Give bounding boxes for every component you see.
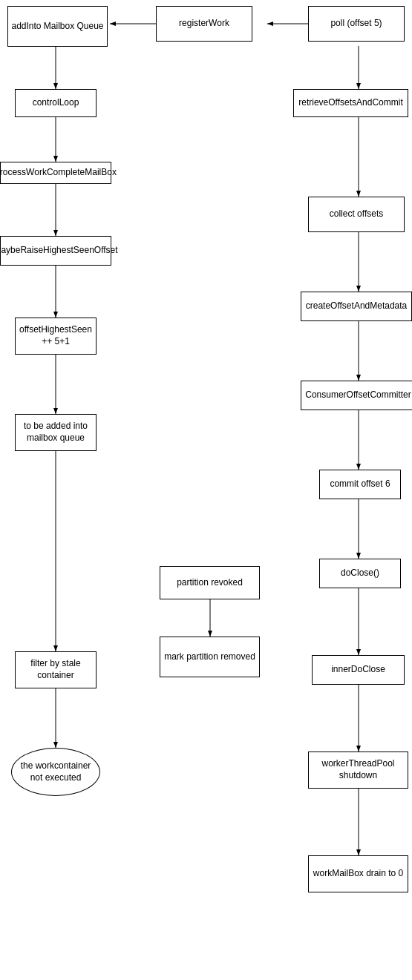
diagram: addInto Mailbox Queue registerWork poll … bbox=[0, 0, 412, 980]
mark-partition-removed-label: mark partition removed bbox=[164, 651, 255, 663]
to-be-added-label: to be added into mailbox queue bbox=[19, 421, 93, 444]
maybe-raise-node: maybeRaiseHighestSeenOffset bbox=[0, 236, 111, 266]
process-work-complete-label: processWorkCompleteMailBox bbox=[0, 167, 117, 179]
filter-by-stale-node: filter by stale container bbox=[15, 651, 97, 688]
poll-offset5-label: poll (offset 5) bbox=[330, 18, 382, 30]
control-loop-label: controlLoop bbox=[33, 97, 79, 109]
work-mailbox-drain-label: workMailBox drain to 0 bbox=[313, 868, 403, 880]
work-container-not-executed-label: the workcontainer not executed bbox=[15, 760, 97, 783]
addinto-mailbox-queue-label: addInto Mailbox Queue bbox=[11, 21, 103, 33]
create-offset-metadata-label: createOffsetAndMetadata bbox=[306, 300, 408, 312]
commit-offset6-node: commit offset 6 bbox=[319, 470, 401, 499]
worker-thread-pool-shutdown-node: workerThreadPool shutdown bbox=[308, 752, 408, 789]
partition-revoked-label: partition revoked bbox=[177, 577, 243, 589]
partition-revoked-node: partition revoked bbox=[160, 566, 260, 599]
filter-by-stale-label: filter by stale container bbox=[19, 658, 93, 681]
do-close-label: doClose() bbox=[341, 568, 379, 579]
inner-do-close-node: innerDoClose bbox=[312, 655, 405, 685]
create-offset-metadata-node: createOffsetAndMetadata bbox=[301, 292, 412, 321]
commit-offset6-label: commit offset 6 bbox=[330, 479, 390, 490]
addinto-mailbox-queue-node: addInto Mailbox Queue bbox=[7, 6, 108, 47]
poll-offset5-node: poll (offset 5) bbox=[308, 6, 405, 42]
do-close-node: doClose() bbox=[319, 559, 401, 588]
to-be-added-node: to be added into mailbox queue bbox=[15, 414, 97, 451]
offset-highest-seen-node: offsetHighestSeen ++ 5+1 bbox=[15, 318, 97, 355]
retrieve-offsets-label: retrieveOffsetsAndCommit bbox=[298, 97, 403, 109]
control-loop-node: controlLoop bbox=[15, 89, 97, 117]
offset-highest-seen-label: offsetHighestSeen ++ 5+1 bbox=[19, 324, 93, 347]
register-work-node: registerWork bbox=[156, 6, 252, 42]
process-work-complete-node: processWorkCompleteMailBox bbox=[0, 162, 111, 184]
work-mailbox-drain-node: workMailBox drain to 0 bbox=[308, 855, 408, 892]
consumer-offset-committer-node: ConsumerOffsetCommitter bbox=[301, 381, 412, 410]
worker-thread-pool-shutdown-label: workerThreadPool shutdown bbox=[312, 758, 405, 781]
collect-offsets-node: collect offsets bbox=[308, 197, 405, 232]
collect-offsets-label: collect offsets bbox=[330, 208, 383, 220]
retrieve-offsets-node: retrieveOffsetsAndCommit bbox=[293, 89, 408, 117]
inner-do-close-label: innerDoClose bbox=[331, 664, 385, 676]
register-work-label: registerWork bbox=[179, 18, 229, 30]
consumer-offset-committer-label: ConsumerOffsetCommitter bbox=[305, 389, 411, 401]
mark-partition-removed-node: mark partition removed bbox=[160, 637, 260, 677]
work-container-not-executed-node: the workcontainer not executed bbox=[11, 748, 100, 796]
maybe-raise-label: maybeRaiseHighestSeenOffset bbox=[0, 245, 118, 257]
